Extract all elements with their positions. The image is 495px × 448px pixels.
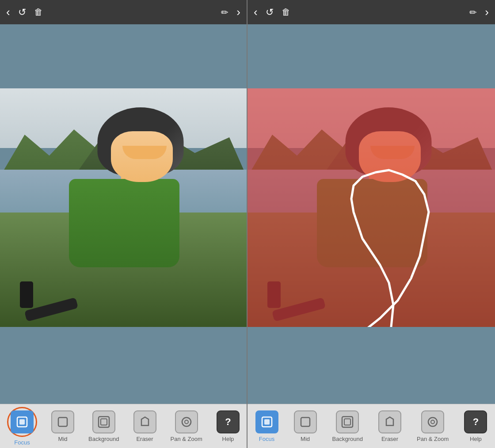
right-delete-icon[interactable]: 🗑 <box>282 7 290 17</box>
left-image-area <box>0 24 247 404</box>
left-bottom-toolbar: Focus Mid <box>0 404 247 448</box>
svg-rect-3 <box>99 417 109 427</box>
right-eraser-label: Eraser <box>381 436 398 442</box>
svg-rect-13 <box>344 419 350 425</box>
left-help-label: Help <box>222 436 234 442</box>
right-help-label: Help <box>470 436 482 442</box>
svg-rect-12 <box>342 417 353 427</box>
right-focus-label: Focus <box>259 436 274 442</box>
right-pan-zoom-label: Pan & Zoom <box>417 436 449 442</box>
right-tool-eraser[interactable]: Eraser <box>378 410 401 442</box>
left-panel: ‹ ↺ 🗑 ✏ › <box>0 0 248 448</box>
right-panel: ‹ ↺ 🗑 ✏ › <box>248 0 495 448</box>
left-tool-focus[interactable]: Focus <box>7 407 37 446</box>
left-tool-background[interactable]: Background <box>88 410 119 442</box>
right-tool-focus[interactable]: Focus <box>255 410 278 442</box>
svg-rect-4 <box>101 419 107 425</box>
svg-marker-5 <box>141 417 148 425</box>
svg-rect-10 <box>264 419 270 425</box>
left-tool-eraser[interactable]: Eraser <box>133 410 156 442</box>
left-toolbar: ‹ ↺ 🗑 ✏ › <box>0 0 247 24</box>
left-photo <box>0 88 247 327</box>
left-tool-help[interactable]: ? Help <box>217 410 240 442</box>
left-focus-label: Focus <box>14 439 30 446</box>
svg-marker-14 <box>386 417 393 425</box>
left-pan-zoom-label: Pan & Zoom <box>171 436 202 442</box>
left-mid-label: Mid <box>58 436 68 442</box>
right-prev-icon[interactable]: ‹ <box>254 5 258 19</box>
right-tool-pan-zoom[interactable]: Pan & Zoom <box>417 410 449 442</box>
svg-rect-11 <box>301 418 310 426</box>
svg-rect-1 <box>19 419 25 425</box>
right-undo-icon[interactable]: ↺ <box>266 7 274 18</box>
right-toolbar: ‹ ↺ 🗑 ✏ › <box>248 0 495 24</box>
left-delete-icon[interactable]: 🗑 <box>34 7 43 17</box>
right-photo <box>248 88 495 327</box>
right-edit-icon[interactable]: ✏ <box>469 7 477 18</box>
right-tool-background[interactable]: Background <box>332 410 363 442</box>
svg-point-8 <box>185 420 188 424</box>
left-prev-icon[interactable]: ‹ <box>6 5 10 19</box>
left-edit-icon[interactable]: ✏ <box>221 7 228 18</box>
left-undo-icon[interactable]: ↺ <box>18 7 26 18</box>
svg-rect-2 <box>58 418 67 426</box>
left-background-label: Background <box>88 436 119 442</box>
svg-point-17 <box>431 420 434 424</box>
svg-point-16 <box>428 418 437 426</box>
right-image-area <box>248 24 495 404</box>
right-bottom-toolbar: Focus Mid <box>248 404 495 448</box>
right-mid-label: Mid <box>301 436 310 442</box>
left-next-icon[interactable]: › <box>236 5 240 19</box>
left-tool-pan-zoom[interactable]: Pan & Zoom <box>171 410 202 442</box>
right-tool-help[interactable]: ? Help <box>464 410 487 442</box>
red-overlay <box>248 88 495 327</box>
svg-point-7 <box>182 418 191 426</box>
right-tool-mid[interactable]: Mid <box>294 410 317 442</box>
right-background-label: Background <box>332 436 363 442</box>
left-eraser-label: Eraser <box>136 436 153 442</box>
left-tool-mid[interactable]: Mid <box>51 410 74 442</box>
right-next-icon[interactable]: › <box>485 5 489 19</box>
